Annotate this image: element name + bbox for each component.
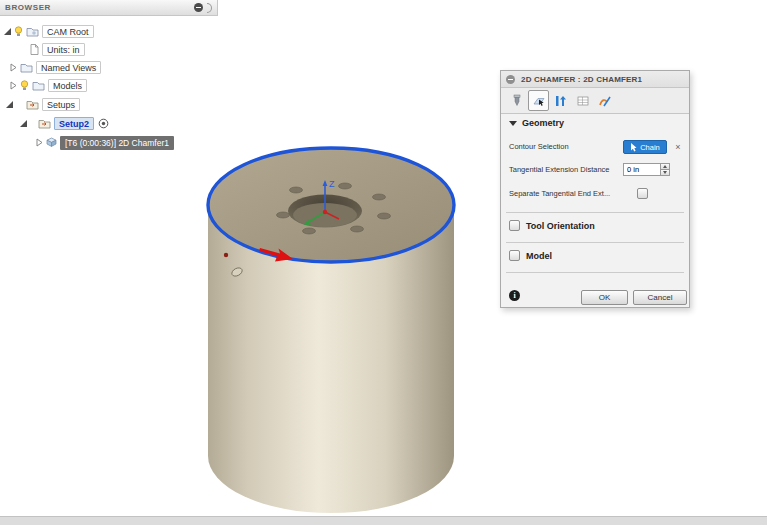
tab-heights[interactable]	[550, 90, 571, 111]
tab-geometry[interactable]	[528, 90, 549, 111]
collapsed-arrow-icon[interactable]	[36, 138, 43, 147]
chain-select-button[interactable]: Chain	[623, 140, 667, 154]
setup-folder-icon	[38, 118, 51, 129]
expanded-arrow-icon[interactable]	[4, 28, 11, 35]
dialog-tab-bar	[501, 88, 689, 114]
clear-selection-icon[interactable]: ×	[673, 140, 683, 154]
ok-button[interactable]: OK	[581, 290, 628, 305]
stepper-down-button[interactable]	[661, 170, 670, 176]
browser-panel: BROWSER CAM Root Units: in Named Views	[0, 0, 218, 160]
separate-tangential-label: Separate Tangential End Ext...	[509, 187, 610, 201]
tree-label[interactable]: Setups	[42, 98, 80, 111]
tab-linking[interactable]	[594, 90, 615, 111]
select-cursor-icon	[630, 143, 637, 152]
chain-button-label: Chain	[640, 143, 660, 152]
named-views-folder-icon	[20, 62, 33, 73]
tree-label[interactable]: Units: in	[42, 43, 85, 56]
visibility-bulb-icon[interactable]	[14, 26, 23, 37]
tree-label[interactable]: CAM Root	[42, 25, 94, 38]
stepper-up-button[interactable]	[661, 163, 670, 170]
tree-label[interactable]: Models	[48, 79, 87, 92]
heights-tab-icon	[554, 94, 568, 108]
visibility-bulb-icon[interactable]	[20, 80, 29, 91]
tree-item-named-views[interactable]: Named Views	[0, 60, 101, 75]
cancel-button[interactable]: Cancel	[633, 290, 687, 305]
contour-selection-label: Contour Selection	[509, 140, 569, 154]
tool-tab-icon	[510, 94, 524, 108]
tree-item-units[interactable]: Units: in	[0, 42, 85, 57]
passes-tab-icon	[576, 94, 590, 108]
tool-orientation-checkbox[interactable]	[509, 220, 520, 231]
tree-item-setups[interactable]: Setups	[0, 97, 80, 112]
tool-orientation-label[interactable]: Tool Orientation	[526, 220, 595, 232]
browser-chevron-icon[interactable]	[207, 3, 212, 13]
tree-label[interactable]: Named Views	[36, 61, 101, 74]
browser-panel-title: BROWSER	[5, 3, 51, 12]
geometry-tab-icon	[532, 94, 546, 108]
browser-collapse-icon[interactable]	[194, 3, 203, 12]
model-checkbox[interactable]	[509, 250, 520, 261]
geometry-section-header[interactable]: Geometry	[509, 118, 564, 128]
rim-selection-dot	[224, 253, 228, 257]
model-label[interactable]: Model	[526, 250, 552, 262]
tangential-extension-label: Tangential Extension Distance	[509, 163, 609, 177]
collapsed-arrow-icon[interactable]	[10, 81, 17, 90]
expanded-arrow-icon[interactable]	[6, 101, 13, 108]
expanded-arrow-icon[interactable]	[20, 120, 27, 127]
section-divider	[506, 242, 684, 243]
section-divider	[506, 272, 684, 273]
section-expanded-caret-icon	[509, 121, 517, 126]
dialog-titlebar[interactable]: 2D CHAMFER : 2D CHAMFER1	[501, 71, 689, 88]
browser-panel-header[interactable]: BROWSER	[0, 0, 218, 16]
cam-root-folder-icon	[26, 26, 39, 37]
application-window: Z BROWSER CAM Root	[0, 0, 767, 525]
tab-tool[interactable]	[506, 90, 527, 111]
setups-folder-icon	[26, 99, 39, 110]
geometry-section-label: Geometry	[522, 118, 564, 128]
section-divider	[506, 212, 684, 213]
viewport-3d-model[interactable]: Z	[180, 138, 480, 523]
linking-tab-icon	[598, 94, 612, 108]
tangential-extension-stepper	[661, 163, 670, 176]
tree-item-2d-chamfer1[interactable]: [T6 (0:00:36)] 2D Chamfer1	[0, 135, 174, 150]
models-folder-icon	[32, 80, 45, 91]
separate-tangential-checkbox[interactable]	[637, 188, 648, 199]
tree-label-operation[interactable]: [T6 (0:00:36)] 2D Chamfer1	[60, 136, 174, 150]
toolpath-operation-icon	[46, 137, 57, 148]
active-setup-indicator-icon[interactable]	[98, 118, 109, 129]
dialog-collapse-icon[interactable]	[506, 75, 515, 84]
tree-item-setup2[interactable]: Setup2	[0, 116, 109, 131]
tree-item-cam-root[interactable]: CAM Root	[0, 24, 94, 39]
2d-chamfer-dialog: 2D CHAMFER : 2D CHAMFER1 Geometry C	[500, 70, 690, 308]
units-document-icon	[30, 44, 39, 55]
dialog-title: 2D CHAMFER : 2D CHAMFER1	[521, 75, 642, 84]
tab-passes[interactable]	[572, 90, 593, 111]
status-strip	[0, 516, 767, 525]
tangential-extension-input[interactable]	[623, 163, 661, 176]
z-axis-label: Z	[329, 179, 335, 189]
collapsed-arrow-icon[interactable]	[10, 63, 17, 72]
tree-item-models[interactable]: Models	[0, 78, 87, 93]
info-icon[interactable]: i	[509, 290, 520, 301]
tree-label-setup2[interactable]: Setup2	[54, 117, 94, 130]
